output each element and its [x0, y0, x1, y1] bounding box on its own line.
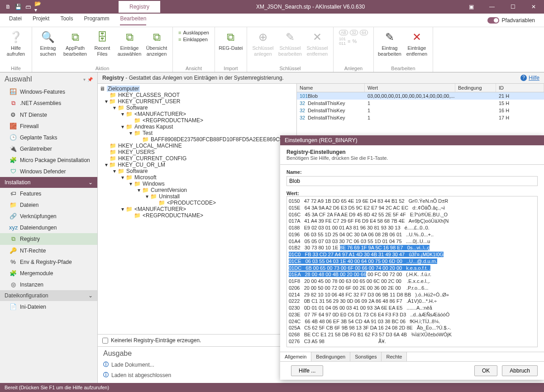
group-import-caption: Import	[218, 65, 244, 72]
auswahl-panel: Auswahl ▾📌 🪟Windows-Features ⧉.NET Assem…	[0, 72, 98, 383]
item-ini-dateien[interactable]: 📄Ini-Dateien	[0, 301, 97, 312]
pin2-icon[interactable]: 📌	[87, 77, 93, 82]
import-icon: ⧉	[227, 31, 234, 43]
entry-delete-button[interactable]: ✕Einträge entfernen	[404, 29, 430, 65]
auswahl-header: Auswahl ▾📌	[0, 72, 97, 86]
pin-icon[interactable]: ▾	[83, 77, 86, 82]
item-windows-defender[interactable]: 🛡Windows Defender	[0, 166, 97, 177]
no-registry-checkbox[interactable]	[102, 338, 108, 344]
item-nt-dienste[interactable]: ⚙NT Dienste	[0, 109, 97, 120]
value-header: Name Wert Bedingung ID	[297, 84, 544, 92]
item-instanzen[interactable]: ◎Instanzen	[0, 279, 97, 290]
name-input[interactable]	[286, 176, 538, 186]
select-icon: ⧉	[126, 31, 134, 43]
tab-rechte[interactable]: Rechte	[382, 352, 407, 361]
statusbar: Bereit (Drücken Sie F1 um die Hilfe aufz…	[0, 383, 544, 392]
description-bar: Registry - Gestattet das Anlegen von Ein…	[98, 72, 544, 84]
tab-sonstiges[interactable]: Sonstiges	[350, 352, 382, 361]
collapse-button[interactable]: ≡ Einklappen	[178, 37, 209, 42]
expand-icon: ≡	[178, 30, 181, 35]
select-entries-button[interactable]: ⧉Einträge auswählen	[116, 29, 143, 65]
menu-projekt[interactable]: Projekt	[33, 15, 49, 25]
value-row[interactable]: 32DeInstallThisKey117 H	[297, 114, 544, 121]
qat-new-icon[interactable]: 🗎	[5, 3, 12, 10]
info-icon: ⓘ	[103, 361, 109, 368]
pfadvariablen-toggle[interactable]	[487, 17, 499, 24]
value-row[interactable]: 32DeInstallThisKey115 H	[297, 100, 544, 107]
item-micro-package[interactable]: 🧩Micro Package Deinstallation	[0, 154, 97, 166]
maximize-button[interactable]: ☐	[502, 1, 523, 13]
hex-editor[interactable]: 0150 47 72 A9 1B DD 65 4E 19 6E D4 83 44…	[286, 196, 538, 347]
chevron-down-icon: ⌄	[88, 179, 93, 186]
search-entry-button[interactable]: 🔍Eintrag suchen	[35, 29, 61, 65]
qat-save-icon[interactable]: 💾	[14, 3, 22, 10]
collapse-icon: ≡	[178, 37, 181, 42]
group-anlegen-caption: Anlegen	[336, 65, 371, 72]
item-windows-features[interactable]: 🪟Windows-Features	[0, 86, 97, 97]
item-mergemodule[interactable]: 🧩Mergemodule	[0, 268, 97, 279]
help-button[interactable]: Hilfe ...	[291, 365, 323, 376]
menu-tools[interactable]: Tools	[60, 15, 73, 25]
apppath-button[interactable]: ⧉AppPath bearbeiten	[62, 29, 88, 65]
help-link[interactable]: ?Hilfe	[520, 75, 539, 81]
item-dateien[interactable]: 📁Dateien	[0, 199, 97, 210]
overview-icon: ⧉	[153, 31, 161, 43]
minimize-button[interactable]: —	[482, 1, 502, 13]
accordion-dateikonfig[interactable]: Dateikonfiguration⌄	[0, 290, 97, 301]
ok-button[interactable]: OK	[474, 365, 497, 376]
recentfiles-icon: 🗄	[97, 31, 108, 43]
qat-saveall-icon[interactable]: 🗃	[24, 3, 32, 10]
recentfiles-button[interactable]: 🗄Recent Files	[89, 29, 115, 65]
item-verknuepfungen[interactable]: 🔗Verknüpfungen	[0, 210, 97, 222]
edit-icon: ✎	[385, 31, 394, 43]
value-row[interactable]: 101Blob03,00,00,00,01,00,00,00,14,00,00,…	[297, 92, 544, 100]
group-hilfe-caption: Hilfe	[3, 65, 29, 72]
pfadvariablen-label: Pfadvariablen	[502, 17, 535, 24]
delete-icon: ✕	[412, 31, 421, 43]
overview-button[interactable]: ⧉Übersicht anzeigen	[143, 29, 170, 65]
menu-bearbeiten[interactable]: Bearbeiten	[120, 15, 146, 25]
tab-bedingungen[interactable]: Bedingungen	[311, 352, 350, 361]
expand-button[interactable]: ≡ Ausklappen	[178, 30, 209, 35]
group-bearbeiten-caption: Bearbeiten	[377, 65, 430, 72]
key-edit-button: ✎Schlüssel bearbeiten	[277, 29, 303, 65]
close-button[interactable]: ✕	[523, 1, 544, 13]
key-x-icon: ✕	[313, 31, 322, 43]
dword-button: AB 32 64	[339, 30, 368, 35]
item-geraetetreiber[interactable]: 🔌Gerätetreiber	[0, 143, 97, 154]
qat-open-icon[interactable]: 📂▾	[34, 3, 42, 10]
dialog-subheading: Benötigen Sie Hilfe, drücken Sie die F1-…	[286, 155, 538, 161]
settings-dialog: Einstellungen (REG_BINARY) Registry-Eins…	[280, 135, 544, 380]
menubar: Datei Projekt Tools Programm Bearbeiten …	[0, 14, 544, 27]
window-title: XM_JSON_Search.stp - AKInstaller V6.0.63…	[160, 4, 461, 10]
key-delete-button: ✕Schlüssel entfernen	[304, 29, 330, 65]
ribbon-options-icon[interactable]: ▣	[461, 1, 482, 13]
context-tab[interactable]: Registry	[119, 1, 160, 13]
item-nt-rechte[interactable]: 🔑NT-Rechte	[0, 245, 97, 256]
import-reg-button[interactable]: ⧉REG-Datei	[218, 29, 244, 65]
item-registry[interactable]: ⧉Registry	[0, 233, 97, 245]
binary-button: 101011 ≡ %	[339, 37, 368, 46]
dialog-tabs: Allgemein Bedingungen Sonstiges Rechte	[280, 352, 544, 362]
item-geplante-tasks[interactable]: 🕒Geplante Tasks	[0, 132, 97, 143]
help-icon: ?	[520, 75, 527, 81]
item-features[interactable]: 🏷Features	[0, 188, 97, 199]
menu-datei[interactable]: Datei	[9, 15, 22, 25]
item-net-assemblies[interactable]: ⧉.NET Assemblies	[0, 97, 97, 109]
registry-tree[interactable]: 🖥 Zielcomputer 📁 HKEY_CLASSES_ROOT ▾ 📁 H…	[98, 84, 297, 334]
tab-allgemein[interactable]: Allgemein	[280, 352, 311, 361]
value-row[interactable]: 32DeInstallThisKey116 H	[297, 107, 544, 114]
menu-programm[interactable]: Programm	[84, 15, 109, 25]
no-registry-label: Keinerlei Registry-Einträge erzeugen.	[111, 337, 201, 344]
item-dateiendungen[interactable]: xyzDateiendungen	[0, 222, 97, 233]
apppath-icon: ⧉	[72, 31, 79, 43]
info-icon: ⓘ	[103, 371, 109, 379]
item-firewall[interactable]: 🧱Firewall	[0, 120, 97, 132]
name-label: Name:	[286, 169, 538, 175]
accordion-installation[interactable]: Installation⌄	[0, 177, 97, 188]
item-env-registry[interactable]: %Env & Registry-Pfade	[0, 256, 97, 268]
entry-edit-button[interactable]: ✎Eintrag bearbeiten	[377, 29, 403, 65]
chevron-down-icon: ⌄	[88, 292, 93, 299]
cancel-button[interactable]: Abbruch	[502, 365, 538, 376]
help-button[interactable]: ❔Hilfe aufrufen	[3, 29, 29, 65]
